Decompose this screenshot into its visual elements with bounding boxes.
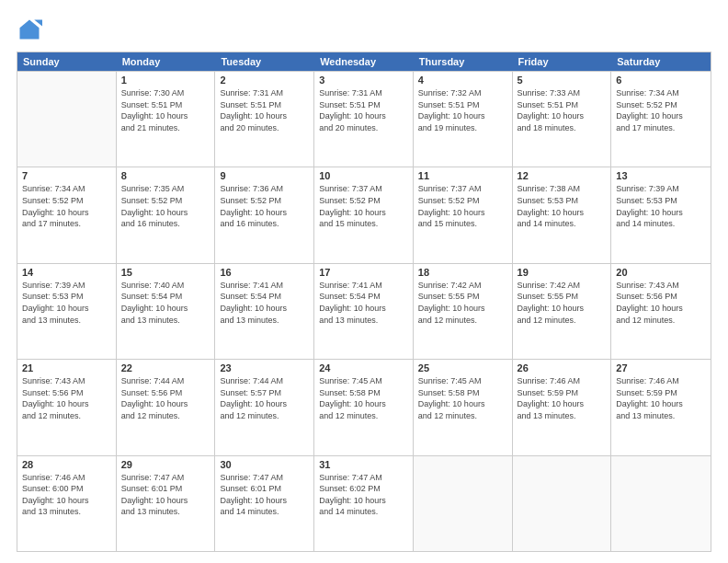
cal-cell: 24Sunrise: 7:45 AM Sunset: 5:58 PM Dayli…	[314, 360, 414, 454]
cal-cell: 4Sunrise: 7:32 AM Sunset: 5:51 PM Daylig…	[414, 72, 513, 167]
day-number: 31	[319, 459, 408, 470]
header-cell-friday: Friday	[513, 52, 612, 71]
day-info: Sunrise: 7:43 AM Sunset: 5:56 PM Dayligh…	[616, 280, 706, 326]
day-info: Sunrise: 7:39 AM Sunset: 5:53 PM Dayligh…	[22, 280, 111, 326]
header	[17, 17, 711, 42]
day-info: Sunrise: 7:34 AM Sunset: 5:52 PM Dayligh…	[22, 183, 111, 229]
cal-cell: 9Sunrise: 7:36 AM Sunset: 5:52 PM Daylig…	[215, 167, 314, 262]
cal-cell: 15Sunrise: 7:40 AM Sunset: 5:54 PM Dayli…	[117, 264, 216, 359]
cal-cell: 11Sunrise: 7:37 AM Sunset: 5:52 PM Dayli…	[414, 167, 513, 262]
cal-cell: 23Sunrise: 7:44 AM Sunset: 5:57 PM Dayli…	[215, 360, 314, 454]
day-number: 8	[121, 170, 210, 181]
day-info: Sunrise: 7:31 AM Sunset: 5:51 PM Dayligh…	[319, 87, 408, 133]
cal-cell: 17Sunrise: 7:41 AM Sunset: 5:54 PM Dayli…	[314, 264, 414, 359]
day-info: Sunrise: 7:31 AM Sunset: 5:51 PM Dayligh…	[220, 87, 309, 133]
day-info: Sunrise: 7:39 AM Sunset: 5:53 PM Dayligh…	[616, 183, 706, 229]
cal-cell: 16Sunrise: 7:41 AM Sunset: 5:54 PM Dayli…	[215, 264, 314, 359]
day-info: Sunrise: 7:47 AM Sunset: 6:01 PM Dayligh…	[121, 472, 210, 518]
header-cell-wednesday: Wednesday	[314, 52, 414, 71]
day-number: 28	[22, 459, 111, 470]
day-info: Sunrise: 7:47 AM Sunset: 6:02 PM Dayligh…	[319, 472, 408, 518]
calendar-body: 1Sunrise: 7:30 AM Sunset: 5:51 PM Daylig…	[17, 71, 711, 551]
cal-cell	[17, 72, 117, 167]
day-info: Sunrise: 7:30 AM Sunset: 5:51 PM Dayligh…	[121, 87, 210, 133]
cal-cell: 30Sunrise: 7:47 AM Sunset: 6:01 PM Dayli…	[215, 456, 314, 551]
cal-cell	[414, 456, 513, 551]
week-row-5: 28Sunrise: 7:46 AM Sunset: 6:00 PM Dayli…	[17, 455, 711, 551]
header-cell-thursday: Thursday	[414, 52, 513, 71]
day-info: Sunrise: 7:33 AM Sunset: 5:51 PM Dayligh…	[518, 87, 607, 133]
page: SundayMondayTuesdayWednesdayThursdayFrid…	[0, 0, 728, 563]
day-info: Sunrise: 7:46 AM Sunset: 5:59 PM Dayligh…	[518, 375, 607, 421]
cal-cell: 5Sunrise: 7:33 AM Sunset: 5:51 PM Daylig…	[513, 72, 612, 167]
cal-cell: 25Sunrise: 7:45 AM Sunset: 5:58 PM Dayli…	[414, 360, 513, 454]
cal-cell: 6Sunrise: 7:34 AM Sunset: 5:52 PM Daylig…	[611, 72, 711, 167]
day-info: Sunrise: 7:46 AM Sunset: 6:00 PM Dayligh…	[22, 472, 111, 518]
day-number: 5	[518, 75, 607, 86]
week-row-2: 7Sunrise: 7:34 AM Sunset: 5:52 PM Daylig…	[17, 167, 711, 262]
week-row-3: 14Sunrise: 7:39 AM Sunset: 5:53 PM Dayli…	[17, 263, 711, 359]
cal-cell: 20Sunrise: 7:43 AM Sunset: 5:56 PM Dayli…	[611, 264, 711, 359]
day-info: Sunrise: 7:46 AM Sunset: 5:59 PM Dayligh…	[616, 375, 706, 421]
day-number: 9	[220, 170, 309, 181]
day-info: Sunrise: 7:35 AM Sunset: 5:52 PM Dayligh…	[121, 183, 210, 229]
cal-cell: 10Sunrise: 7:37 AM Sunset: 5:52 PM Dayli…	[314, 167, 414, 262]
day-number: 22	[121, 362, 210, 373]
calendar-header: SundayMondayTuesdayWednesdayThursdayFrid…	[17, 52, 711, 71]
day-number: 29	[121, 459, 210, 470]
day-info: Sunrise: 7:44 AM Sunset: 5:56 PM Dayligh…	[121, 375, 210, 421]
day-number: 23	[220, 362, 309, 373]
day-info: Sunrise: 7:45 AM Sunset: 5:58 PM Dayligh…	[418, 375, 507, 421]
day-number: 18	[418, 267, 507, 278]
day-info: Sunrise: 7:37 AM Sunset: 5:52 PM Dayligh…	[418, 183, 507, 229]
cal-cell: 22Sunrise: 7:44 AM Sunset: 5:56 PM Dayli…	[117, 360, 216, 454]
cal-cell: 28Sunrise: 7:46 AM Sunset: 6:00 PM Dayli…	[17, 456, 117, 551]
day-number: 4	[418, 75, 507, 86]
cal-cell: 13Sunrise: 7:39 AM Sunset: 5:53 PM Dayli…	[611, 167, 711, 262]
cal-cell	[513, 456, 612, 551]
cal-cell: 26Sunrise: 7:46 AM Sunset: 5:59 PM Dayli…	[513, 360, 612, 454]
header-cell-monday: Monday	[117, 52, 216, 71]
day-number: 14	[22, 267, 111, 278]
week-row-4: 21Sunrise: 7:43 AM Sunset: 5:56 PM Dayli…	[17, 359, 711, 454]
cal-cell: 2Sunrise: 7:31 AM Sunset: 5:51 PM Daylig…	[215, 72, 314, 167]
cal-cell: 18Sunrise: 7:42 AM Sunset: 5:55 PM Dayli…	[414, 264, 513, 359]
cal-cell	[611, 456, 711, 551]
day-number: 26	[518, 362, 607, 373]
day-number: 19	[518, 267, 607, 278]
day-info: Sunrise: 7:42 AM Sunset: 5:55 PM Dayligh…	[418, 280, 507, 326]
cal-cell: 27Sunrise: 7:46 AM Sunset: 5:59 PM Dayli…	[611, 360, 711, 454]
svg-marker-0	[20, 20, 40, 40]
day-number: 30	[220, 459, 309, 470]
day-info: Sunrise: 7:41 AM Sunset: 5:54 PM Dayligh…	[319, 280, 408, 326]
day-info: Sunrise: 7:42 AM Sunset: 5:55 PM Dayligh…	[518, 280, 607, 326]
day-number: 13	[616, 170, 706, 181]
day-number: 11	[418, 170, 507, 181]
cal-cell: 29Sunrise: 7:47 AM Sunset: 6:01 PM Dayli…	[117, 456, 216, 551]
cal-cell: 8Sunrise: 7:35 AM Sunset: 5:52 PM Daylig…	[117, 167, 216, 262]
day-number: 16	[220, 267, 309, 278]
cal-cell: 7Sunrise: 7:34 AM Sunset: 5:52 PM Daylig…	[17, 167, 117, 262]
day-number: 7	[22, 170, 111, 181]
cal-cell: 12Sunrise: 7:38 AM Sunset: 5:53 PM Dayli…	[513, 167, 612, 262]
calendar: SundayMondayTuesdayWednesdayThursdayFrid…	[17, 52, 711, 552]
cal-cell: 1Sunrise: 7:30 AM Sunset: 5:51 PM Daylig…	[117, 72, 216, 167]
day-info: Sunrise: 7:44 AM Sunset: 5:57 PM Dayligh…	[220, 375, 309, 421]
day-number: 20	[616, 267, 706, 278]
cal-cell: 19Sunrise: 7:42 AM Sunset: 5:55 PM Dayli…	[513, 264, 612, 359]
day-number: 17	[319, 267, 408, 278]
day-info: Sunrise: 7:41 AM Sunset: 5:54 PM Dayligh…	[220, 280, 309, 326]
logo-icon	[17, 17, 42, 42]
day-number: 15	[121, 267, 210, 278]
day-info: Sunrise: 7:32 AM Sunset: 5:51 PM Dayligh…	[418, 87, 507, 133]
header-cell-tuesday: Tuesday	[215, 52, 314, 71]
logo	[17, 17, 46, 42]
cal-cell: 31Sunrise: 7:47 AM Sunset: 6:02 PM Dayli…	[314, 456, 414, 551]
header-cell-sunday: Sunday	[17, 52, 117, 71]
day-info: Sunrise: 7:38 AM Sunset: 5:53 PM Dayligh…	[518, 183, 607, 229]
day-number: 24	[319, 362, 408, 373]
day-info: Sunrise: 7:37 AM Sunset: 5:52 PM Dayligh…	[319, 183, 408, 229]
day-info: Sunrise: 7:36 AM Sunset: 5:52 PM Dayligh…	[220, 183, 309, 229]
day-number: 1	[121, 75, 210, 86]
day-number: 2	[220, 75, 309, 86]
